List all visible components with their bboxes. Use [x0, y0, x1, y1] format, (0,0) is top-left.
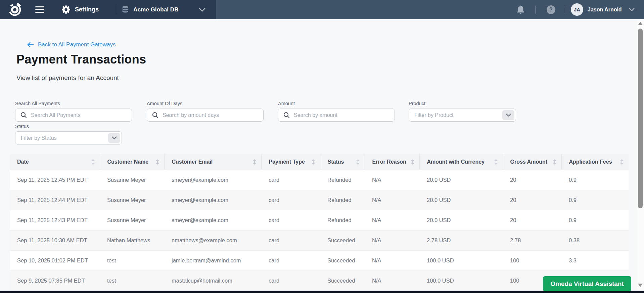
user-initials: JA	[574, 7, 580, 12]
back-link-label: Back to All Payment Gateways	[38, 41, 116, 48]
column-header-payment-type[interactable]: Payment Type	[261, 154, 320, 170]
column-header-date[interactable]: Date	[10, 154, 100, 170]
table-cell: card	[261, 270, 320, 291]
table-cell: smeyer@example.com	[164, 210, 261, 230]
table-cell: smeyer@example.com	[164, 170, 261, 190]
table-cell: Sep 10, 2025 01:02 PM EDT	[10, 250, 100, 270]
amount-input[interactable]	[278, 109, 395, 122]
status-select[interactable]: Filter by Status	[15, 131, 122, 144]
filter-status: Status Filter by Status	[15, 124, 122, 144]
notifications-button[interactable]	[516, 0, 525, 19]
status-select-chevron-button[interactable]	[108, 133, 120, 143]
scrollbar-down-arrow-icon[interactable]	[638, 284, 643, 287]
gear-icon	[61, 5, 71, 14]
vertical-scrollbar[interactable]	[637, 19, 644, 293]
column-header-status[interactable]: Status	[320, 154, 365, 170]
table-cell: 2.78	[503, 230, 561, 250]
help-glyph: ?	[549, 7, 553, 13]
navbar-divider	[565, 6, 565, 14]
table-cell: jamie.bertram@avmind.com	[164, 250, 261, 270]
table-cell: 100.0 USD	[419, 270, 503, 291]
help-icon: ?	[547, 5, 555, 14]
table-cell: Susanne Meyer	[100, 170, 164, 190]
table-cell: Sep 11, 2025 12:45 PM EDT	[10, 170, 100, 190]
column-header-error-reason[interactable]: Error Reason	[365, 154, 419, 170]
sort-icon[interactable]	[494, 159, 498, 165]
payment-transactions-table: DateCustomer NameCustomer EmailPayment T…	[10, 154, 629, 291]
table-cell: 20	[503, 210, 561, 230]
table-cell: Sep 9, 2025 07:35 PM EDT	[10, 270, 100, 291]
table-cell: 100.0 USD	[419, 250, 503, 270]
search-icon	[283, 112, 290, 118]
table-cell: 20	[503, 190, 561, 210]
settings-nav-item[interactable]: Settings	[61, 0, 99, 19]
back-arrow-icon	[27, 42, 34, 48]
hamburger-icon	[35, 5, 44, 14]
product-select-placeholder: Filter by Product	[409, 112, 453, 118]
table-row[interactable]: Sep 11, 2025 12:45 PM EDTSusanne Meyersm…	[10, 170, 629, 190]
table-cell: nmatthews@example.com	[164, 230, 261, 250]
table-cell: Susanne Meyer	[100, 190, 164, 210]
help-button[interactable]: ?	[547, 0, 555, 19]
table-cell: card	[261, 250, 320, 270]
table-row[interactable]: Sep 11, 2025 10:30 AM EDTNathan Matthews…	[10, 230, 629, 250]
filter-search-all-payments: Search All Payments	[15, 101, 132, 122]
user-menu[interactable]: JA Jason Arnold	[571, 0, 635, 19]
table-cell: N/A	[365, 230, 419, 250]
column-header-label: Customer Name	[107, 159, 149, 165]
table-row[interactable]: Sep 9, 2025 07:35 PM EDTtestmastalcup@ho…	[10, 270, 629, 291]
table-cell: Sep 11, 2025 10:30 AM EDT	[10, 230, 100, 250]
filter-label: Product	[409, 101, 516, 106]
scrollbar-thumb[interactable]	[638, 29, 643, 208]
column-header-gross-amount[interactable]: Gross Amount	[503, 154, 561, 170]
scrollbar-up-arrow-icon[interactable]	[638, 22, 643, 25]
table-body: Sep 11, 2025 12:45 PM EDTSusanne Meyersm…	[10, 170, 629, 291]
table-cell: 100	[503, 250, 561, 270]
column-header-label: Error Reason	[372, 159, 406, 165]
sort-icon[interactable]	[252, 159, 257, 165]
table-row[interactable]: Sep 11, 2025 12:44 PM EDTSusanne Meyersm…	[10, 190, 629, 210]
filter-amount-of-days: Amount Of Days	[147, 101, 264, 122]
amount-of-days-input[interactable]	[147, 109, 264, 122]
sort-icon[interactable]	[91, 159, 95, 165]
column-header-label: Gross Amount	[510, 159, 548, 165]
sort-icon[interactable]	[155, 159, 159, 165]
filter-label: Amount Of Days	[147, 101, 264, 106]
column-header-customer-email[interactable]: Customer Email	[164, 154, 261, 170]
column-header-amount-with-currency[interactable]: Amount with Currency	[419, 154, 503, 170]
sort-icon[interactable]	[553, 159, 557, 165]
table-cell: Succeeded	[320, 230, 365, 250]
hamburger-menu-button[interactable]	[35, 0, 44, 19]
virtual-assistant-button[interactable]: Omeda Virtual Assistant	[543, 276, 631, 291]
column-header-customer-name[interactable]: Customer Name	[100, 154, 164, 170]
table-cell: 0.9	[561, 210, 629, 230]
sort-icon[interactable]	[411, 159, 415, 165]
app-logo[interactable]	[8, 0, 22, 19]
sort-icon[interactable]	[311, 159, 315, 165]
table-row[interactable]: Sep 11, 2025 12:43 PM EDTSusanne Meyersm…	[10, 210, 629, 230]
product-select-chevron-button[interactable]	[502, 110, 514, 120]
sort-icon[interactable]	[356, 159, 360, 165]
database-name: Acme Global DB	[133, 6, 179, 13]
search-all-payments-input[interactable]	[15, 109, 132, 122]
table-cell: N/A	[365, 210, 419, 230]
product-select[interactable]: Filter by Product	[409, 109, 516, 122]
table-cell: Nathan Matthews	[100, 230, 164, 250]
table-cell: mastalcup@hotmail.com	[164, 270, 261, 291]
column-header-application-fees[interactable]: Application Fees	[561, 154, 629, 170]
back-link[interactable]: Back to All Payment Gateways	[27, 41, 116, 48]
status-select-placeholder: Filter by Status	[15, 135, 57, 141]
table-cell: Succeeded	[320, 250, 365, 270]
database-selector-chevron[interactable]	[199, 0, 205, 19]
database-selector[interactable]: Acme Global DB	[122, 0, 208, 19]
table-cell: 0.38	[561, 230, 629, 250]
table-cell: Refunded	[320, 210, 365, 230]
sort-icon[interactable]	[620, 159, 624, 165]
table-row[interactable]: Sep 10, 2025 01:02 PM EDTtestjamie.bertr…	[10, 250, 629, 270]
filter-label: Amount	[278, 101, 395, 106]
table-cell: 3.3	[561, 250, 629, 270]
search-icon	[152, 112, 158, 118]
table-cell: Sep 11, 2025 12:43 PM EDT	[10, 210, 100, 230]
table-cell: smeyer@example.com	[164, 190, 261, 210]
table-cell: Sep 11, 2025 12:44 PM EDT	[10, 190, 100, 210]
